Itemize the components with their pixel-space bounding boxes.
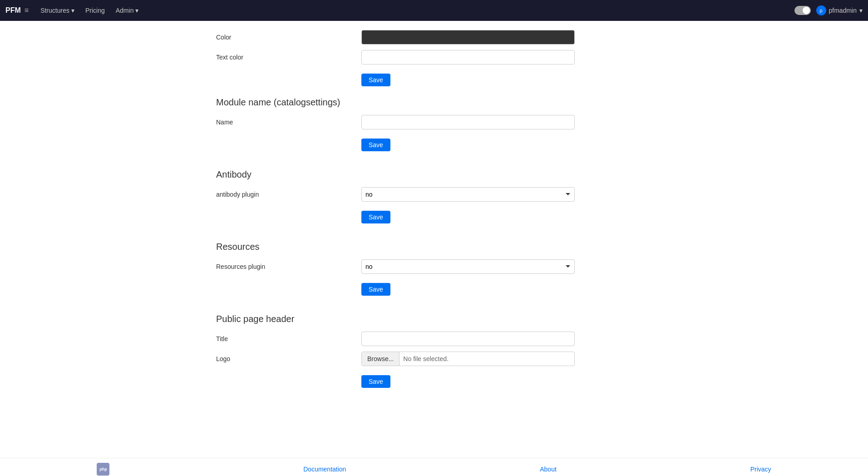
text-color-label: Text color [216, 54, 361, 61]
header-title-label: Title [216, 335, 361, 342]
header-title-row: Title [216, 332, 679, 346]
text-color-input-wrapper [361, 50, 575, 64]
antibody-title: Antibody [216, 169, 679, 180]
public-page-header-title: Public page header [216, 314, 679, 324]
color-save-button[interactable]: Save [361, 74, 390, 86]
antibody-plugin-row: antibody plugin no yes [216, 187, 679, 202]
name-row: Name [216, 115, 679, 129]
header-title-input[interactable] [361, 332, 575, 346]
resources-save-button[interactable]: Save [361, 283, 390, 296]
resources-title: Resources [216, 242, 679, 252]
name-label: Name [216, 119, 361, 126]
module-name-title: Module name (catalogsettings) [216, 97, 679, 108]
color-input-wrapper [361, 30, 575, 45]
theme-toggle[interactable] [794, 6, 811, 15]
navbar: PFM ≡ Structures ▾ Pricing Admin ▾ p pfm… [0, 0, 868, 21]
color-row: Color [216, 30, 679, 45]
color-bar[interactable] [361, 30, 575, 45]
resources-plugin-select[interactable]: no yes [361, 259, 575, 274]
resources-section: Resources Resources plugin no yes Save [216, 242, 679, 299]
chevron-down-icon: ▾ [135, 7, 138, 14]
nav-pricing[interactable]: Pricing [81, 4, 109, 17]
logo-label: Logo [216, 355, 361, 362]
name-input[interactable] [361, 115, 575, 129]
about-link[interactable]: About [540, 466, 557, 473]
module-name-section: Module name (catalogsettings) Name Save [216, 97, 679, 155]
antibody-plugin-select[interactable]: no yes [361, 187, 575, 202]
module-name-save-button[interactable]: Save [361, 139, 390, 151]
antibody-save-button[interactable]: Save [361, 211, 390, 223]
antibody-section: Antibody antibody plugin no yes Save [216, 169, 679, 227]
text-color-row: Text color [216, 50, 679, 64]
php-icon: php [97, 463, 109, 476]
logo-file-input: Browse... No file selected. [361, 352, 575, 366]
public-page-header-section: Public page header Title Logo Browse... … [216, 314, 679, 392]
color-section: Color Text color Save [216, 30, 679, 90]
nav-admin[interactable]: Admin ▾ [111, 4, 143, 17]
resources-plugin-row: Resources plugin no yes [216, 259, 679, 274]
main-content: Color Text color Save Module name (catal… [162, 21, 706, 458]
color-label: Color [216, 34, 361, 41]
nav-links: Structures ▾ Pricing Admin ▾ [36, 4, 143, 17]
privacy-link[interactable]: Privacy [750, 466, 771, 473]
antibody-plugin-label: antibody plugin [216, 191, 361, 198]
resources-plugin-label: Resources plugin [216, 263, 361, 270]
browse-button[interactable]: Browse... [362, 352, 399, 366]
logo-row: Logo Browse... No file selected. [216, 352, 679, 366]
nav-structures[interactable]: Structures ▾ [36, 4, 79, 17]
user-dropdown-icon: ▾ [859, 7, 863, 14]
chevron-down-icon: ▾ [71, 7, 74, 14]
user-avatar: p [816, 5, 826, 15]
username-label: pfmadmin [829, 7, 857, 14]
public-header-save-button[interactable]: Save [361, 375, 390, 388]
footer: php Documentation About Privacy [0, 458, 868, 476]
user-menu[interactable]: p pfmadmin ▾ [816, 5, 863, 15]
navbar-right: p pfmadmin ▾ [794, 5, 863, 15]
brand-logo[interactable]: PFM [5, 6, 21, 15]
hamburger-icon[interactable]: ≡ [25, 6, 29, 15]
file-name-label: No file selected. [399, 353, 452, 364]
documentation-link[interactable]: Documentation [303, 466, 346, 473]
text-color-bar[interactable] [361, 50, 575, 64]
